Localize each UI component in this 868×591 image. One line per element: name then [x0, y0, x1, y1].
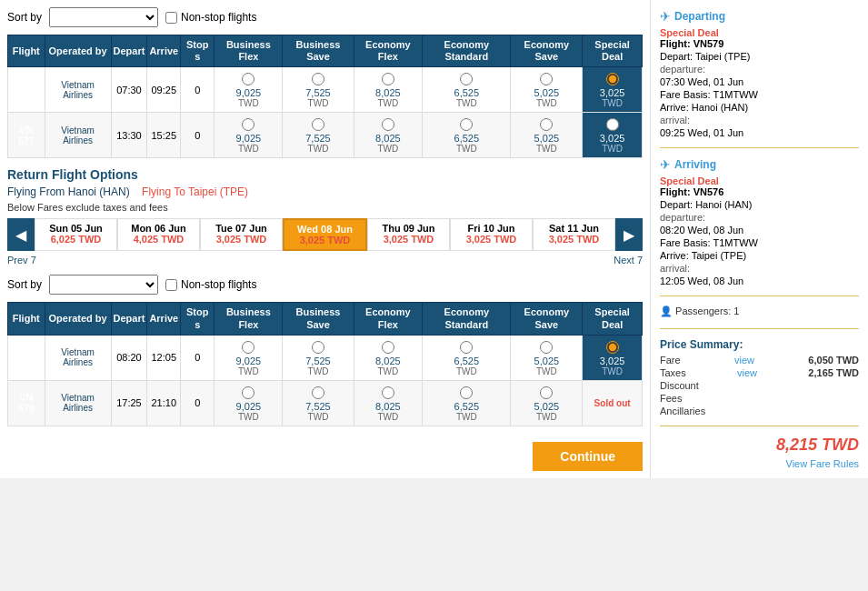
col-eco-save-r: Economy Save — [511, 303, 583, 335]
plane-arrive-icon: ✈ — [660, 157, 671, 172]
price-cell-bus-flex[interactable]: 9,025 TWD — [215, 67, 283, 113]
radio-eco-std[interactable] — [460, 386, 473, 399]
view-fare-rules-link[interactable]: View Fare Rules — [660, 458, 859, 469]
radio-bus-save[interactable] — [312, 386, 324, 399]
calendar-day[interactable]: Fri 10 Jun3,025 TWD — [450, 218, 533, 251]
price-cell-eco-std[interactable]: 6,525 TWD — [423, 335, 511, 380]
radio-bus-flex[interactable] — [242, 73, 254, 85]
price-cell-eco-save[interactable]: 5,025 TWD — [511, 67, 583, 113]
calendar-day[interactable]: Wed 08 Jun3,025 TWD — [283, 218, 367, 251]
price-cell-eco-save[interactable]: 5,025 TWD — [511, 335, 583, 380]
sort-select-outbound[interactable] — [49, 7, 158, 27]
calendar-day[interactable]: Thu 09 Jun3,025 TWD — [367, 218, 450, 251]
arriving-departure-label: departure: — [660, 212, 859, 223]
radio-eco-save[interactable] — [540, 118, 553, 131]
price-cell-eco-flex[interactable]: 8,025 TWD — [354, 380, 423, 426]
price-cell-eco-std[interactable]: 6,525 TWD — [423, 113, 511, 158]
departing-depart-city: Depart: Taipei (TPE) — [660, 51, 859, 62]
radio-bus-flex[interactable] — [242, 118, 254, 131]
col-flight-r: Flight — [8, 303, 45, 335]
continue-button[interactable]: Continue — [533, 442, 643, 471]
price-cell-bus-save[interactable]: 7,525 TWD — [283, 67, 354, 113]
calendar-next-button[interactable]: ▶ — [615, 218, 643, 251]
arriving-arrive-city: Arrive: Taipei (TPE) — [660, 250, 859, 261]
radio-bus-save[interactable] — [312, 118, 324, 131]
operator-cell: Vietnam Airlines — [45, 335, 111, 380]
price-cell-eco-flex[interactable]: 8,025 TWD — [354, 113, 423, 158]
sort-select-return[interactable] — [49, 275, 158, 295]
col-special: Special Deal — [583, 35, 643, 67]
radio-eco-std[interactable] — [460, 118, 473, 131]
radio-bus-save[interactable] — [312, 341, 324, 354]
main-content: Sort by Non-stop flights Flight Operated… — [0, 0, 650, 478]
nonstop-checkbox-outbound[interactable] — [165, 12, 177, 24]
calendar-day[interactable]: Sat 11 Jun3,025 TWD — [533, 218, 615, 251]
radio-eco-flex[interactable] — [382, 118, 394, 131]
sort-label: Sort by — [7, 11, 42, 24]
price-cell-bus-flex[interactable]: 9,025 TWD — [215, 335, 283, 380]
return-section: Return Flight Options Flying From Hanoi … — [7, 167, 643, 265]
operator-cell: Vietnam Airlines — [45, 113, 111, 158]
calendar-day[interactable]: Tue 07 Jun3,025 TWD — [200, 218, 283, 251]
radio-bus-flex[interactable] — [242, 341, 254, 354]
arriving-fare-basis: Fare Basis: T1MTWW — [660, 237, 859, 248]
radio-bus-flex[interactable] — [242, 386, 254, 399]
price-cell-eco-save[interactable]: 5,025 TWD — [511, 113, 583, 158]
col-bus-flex-r: Business Flex — [215, 303, 283, 335]
price-cell-bus-flex[interactable]: 9,025 TWD — [215, 380, 283, 426]
special-deal-cell[interactable]: 3,025 TWD — [583, 335, 643, 380]
price-cell-eco-std[interactable]: 6,525 TWD — [423, 67, 511, 113]
departing-departure-label: departure: — [660, 64, 859, 75]
arrive-cell: 09:25 — [147, 67, 181, 113]
col-stops-r: Stop s — [181, 303, 215, 335]
price-cell-bus-save[interactable]: 7,525 TWD — [283, 380, 354, 426]
radio-bus-save[interactable] — [312, 73, 324, 85]
special-radio[interactable] — [606, 118, 619, 131]
passengers-count: 👤 Passengers: 1 — [660, 306, 859, 317]
calendar-day[interactable]: Mon 06 Jun4,025 TWD — [117, 218, 200, 251]
price-cell-eco-std[interactable]: 6,525 TWD — [423, 380, 511, 426]
taxes-view-link[interactable]: view — [737, 367, 757, 378]
radio-eco-flex[interactable] — [382, 386, 394, 399]
radio-eco-save[interactable] — [540, 341, 553, 354]
radio-eco-save[interactable] — [540, 73, 553, 85]
price-summary-title: Price Summary: — [660, 338, 859, 351]
price-cell-bus-save[interactable]: 7,525 TWD — [283, 113, 354, 158]
special-radio[interactable] — [606, 341, 619, 354]
departing-arrival-label: arrival: — [660, 115, 859, 125]
col-arrive: Arrive — [147, 35, 181, 67]
price-cell-eco-save[interactable]: 5,025 TWD — [511, 380, 583, 426]
fare-view-link[interactable]: view — [734, 355, 754, 366]
price-summary-section: Price Summary: Fare view 6,050 TWD Taxes… — [660, 338, 859, 426]
radio-eco-std[interactable] — [460, 73, 473, 85]
col-bus-save-r: Business Save — [283, 303, 354, 335]
radio-eco-save[interactable] — [540, 386, 553, 399]
col-special-r: Special Deal — [583, 303, 643, 335]
arriving-arrival-val: 12:05 Wed, 08 Jun — [660, 275, 859, 286]
col-depart-r: Depart — [111, 303, 147, 335]
radio-eco-flex[interactable] — [382, 73, 394, 85]
return-table: Flight Operated by Depart Arrive Stop s … — [7, 302, 643, 426]
radio-eco-std[interactable] — [460, 341, 473, 354]
table-row: VN 576 Vietnam Airlines 08:20 12:05 0 9,… — [8, 335, 643, 380]
calendar-day[interactable]: Sun 05 Jun6,025 TWD — [35, 218, 117, 251]
special-deal-cell[interactable]: 3,025 TWD — [583, 67, 643, 113]
table-row: VN 579 Vietnam Airlines 07:30 09:25 0 9,… — [8, 67, 643, 113]
outbound-table: Flight Operated by Depart Arrive Stop s … — [7, 35, 643, 158]
price-cell-eco-flex[interactable]: 8,025 TWD — [354, 67, 423, 113]
taxes-row: Taxes view 2,165 TWD — [660, 367, 859, 378]
special-radio[interactable] — [606, 73, 619, 85]
radio-eco-flex[interactable] — [382, 341, 394, 354]
price-cell-bus-save[interactable]: 7,525 TWD — [283, 335, 354, 380]
price-cell-eco-flex[interactable]: 8,025 TWD — [354, 335, 423, 380]
flight-id: VN 579 — [8, 67, 45, 113]
depart-cell: 17:25 — [111, 380, 147, 426]
col-flight: Flight — [8, 35, 45, 67]
arrive-cell: 15:25 — [147, 113, 181, 158]
price-cell-bus-flex[interactable]: 9,025 TWD — [215, 113, 283, 158]
nonstop-label: Non-stop flights — [165, 11, 256, 24]
special-deal-cell[interactable]: 3,025 TWD — [583, 113, 643, 158]
fees-row: Fees — [660, 393, 859, 404]
calendar-prev-button[interactable]: ◀ — [7, 218, 35, 251]
nonstop-checkbox-return[interactable] — [165, 279, 177, 291]
